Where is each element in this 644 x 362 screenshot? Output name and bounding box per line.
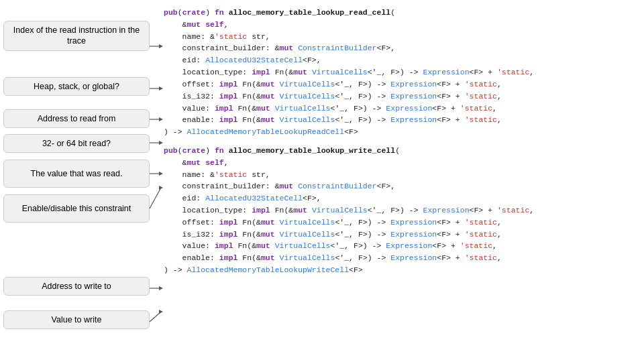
annotation-enable: Enable/disable this constraint: [3, 194, 150, 223]
annotation-bit-read: 32- or 64 bit read?: [3, 134, 150, 153]
code-line-17: location_type: impl Fn(&mut VirtualCells…: [164, 204, 635, 217]
code-line-5: eid: AllocatedU32StateCell<F>,: [164, 54, 635, 66]
code-line-2: &mut self,: [164, 19, 635, 31]
annotation-heap-stack: Heap, stack, or global?: [3, 77, 150, 96]
annotation-write-val: Value to write: [3, 310, 150, 329]
code-line-13: &mut self,: [164, 157, 635, 169]
code-line-22: ) -> AllocatedMemoryTableLookupWriteCell…: [164, 264, 635, 276]
annotation-read-index: Index of the read instruction in the tra…: [3, 21, 150, 51]
code-line-6: location_type: impl Fn(&mut VirtualCells…: [164, 66, 635, 78]
annotation-write-addr: Address to write to: [3, 277, 150, 296]
code-line-8: is_i32: impl Fn(&mut VirtualCells<'_, F>…: [164, 90, 635, 103]
code-line-3: name: &'static str,: [164, 31, 635, 43]
main-container: Index of the read instruction in the tra…: [0, 0, 644, 362]
code-line-9: value: impl Fn(&mut VirtualCells<'_, F>)…: [164, 103, 635, 115]
section-gap: [164, 138, 635, 145]
code-line-4: constraint_builder: &mut ConstraintBuild…: [164, 42, 635, 54]
code-line-21: enable: impl Fn(&mut VirtualCells<'_, F>…: [164, 252, 635, 264]
code-line-20: value: impl Fn(&mut VirtualCells<'_, F>)…: [164, 240, 635, 252]
code-line-7: offset: impl Fn(&mut VirtualCells<'_, F>…: [164, 78, 635, 90]
annotations-panel: Index of the read instruction in the tra…: [0, 0, 154, 362]
code-panel: pub(crate) fn alloc_memory_table_lookup_…: [154, 0, 644, 362]
code-line-14: name: &'static str,: [164, 169, 635, 181]
annotation-read-addr: Address to read from: [3, 109, 150, 128]
code-line-10: enable: impl Fn(&mut VirtualCells<'_, F>…: [164, 114, 635, 126]
code-line-18: offset: impl Fn(&mut VirtualCells<'_, F>…: [164, 217, 635, 229]
code-line-16: eid: AllocatedU32StateCell<F>,: [164, 192, 635, 204]
code-line-12: pub(crate) fn alloc_memory_table_lookup_…: [164, 145, 635, 157]
code-line-1: pub(crate) fn alloc_memory_table_lookup_…: [164, 7, 635, 19]
code-line-19: is_i32: impl Fn(&mut VirtualCells<'_, F>…: [164, 229, 635, 241]
annotation-value-read: The value that was read.: [3, 160, 150, 188]
code-line-15: constraint_builder: &mut ConstraintBuild…: [164, 180, 635, 192]
code-line-11: ) -> AllocatedMemoryTableLookupReadCell<…: [164, 126, 635, 138]
